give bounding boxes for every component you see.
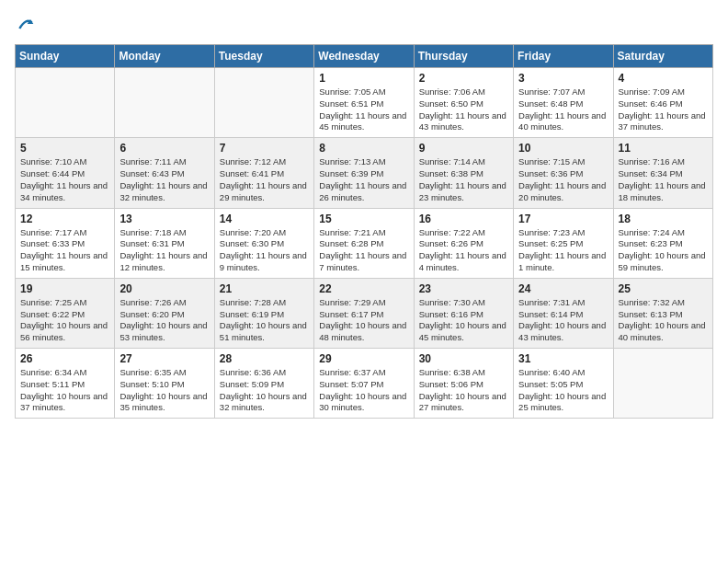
- day-number: 23: [419, 282, 508, 295]
- day-info: Sunrise: 7:13 AM Sunset: 6:39 PM Dayligh…: [319, 156, 408, 203]
- calendar-day-cell: 22Sunrise: 7:29 AM Sunset: 6:17 PM Dayli…: [314, 278, 414, 348]
- calendar-day-cell: 13Sunrise: 7:18 AM Sunset: 6:31 PM Dayli…: [115, 208, 214, 278]
- day-number: 19: [20, 282, 109, 295]
- day-info: Sunrise: 7:05 AM Sunset: 6:51 PM Dayligh…: [319, 86, 408, 133]
- day-info: Sunrise: 7:21 AM Sunset: 6:28 PM Dayligh…: [319, 227, 408, 274]
- day-info: Sunrise: 7:10 AM Sunset: 6:44 PM Dayligh…: [20, 156, 109, 203]
- day-number: 16: [419, 213, 508, 225]
- calendar-day-cell: [16, 68, 115, 138]
- day-info: Sunrise: 7:16 AM Sunset: 6:34 PM Dayligh…: [619, 156, 708, 203]
- calendar-day-cell: 1Sunrise: 7:05 AM Sunset: 6:51 PM Daylig…: [314, 68, 414, 138]
- calendar-day-cell: 18Sunrise: 7:24 AM Sunset: 6:23 PM Dayli…: [613, 208, 712, 278]
- day-number: 26: [20, 352, 109, 365]
- day-number: 15: [319, 213, 408, 225]
- weekday-header: Sunday: [16, 45, 115, 68]
- day-info: Sunrise: 7:09 AM Sunset: 6:46 PM Dayligh…: [619, 86, 708, 133]
- day-info: Sunrise: 7:31 AM Sunset: 6:14 PM Dayligh…: [518, 297, 608, 344]
- day-number: 7: [220, 142, 309, 155]
- day-info: Sunrise: 7:24 AM Sunset: 6:23 PM Dayligh…: [619, 227, 708, 274]
- day-info: Sunrise: 6:35 AM Sunset: 5:10 PM Dayligh…: [119, 367, 209, 414]
- day-number: 28: [220, 352, 309, 365]
- day-info: Sunrise: 7:23 AM Sunset: 6:25 PM Dayligh…: [518, 227, 608, 274]
- logo: [15, 15, 35, 33]
- weekday-header: Tuesday: [214, 45, 313, 68]
- calendar-day-cell: 7Sunrise: 7:12 AM Sunset: 6:41 PM Daylig…: [214, 138, 313, 208]
- calendar-day-cell: 11Sunrise: 7:16 AM Sunset: 6:34 PM Dayli…: [613, 138, 712, 208]
- calendar-day-cell: 10Sunrise: 7:15 AM Sunset: 6:36 PM Dayli…: [514, 138, 613, 208]
- calendar-table: SundayMondayTuesdayWednesdayThursdayFrid…: [15, 44, 713, 419]
- calendar-week-row: 1Sunrise: 7:05 AM Sunset: 6:51 PM Daylig…: [16, 68, 713, 138]
- day-number: 12: [20, 213, 109, 225]
- day-info: Sunrise: 7:14 AM Sunset: 6:38 PM Dayligh…: [419, 156, 508, 203]
- day-number: 3: [518, 72, 608, 85]
- calendar-week-row: 5Sunrise: 7:10 AM Sunset: 6:44 PM Daylig…: [16, 138, 713, 208]
- weekday-header: Monday: [115, 45, 214, 68]
- calendar-day-cell: 12Sunrise: 7:17 AM Sunset: 6:33 PM Dayli…: [16, 208, 115, 278]
- day-info: Sunrise: 7:26 AM Sunset: 6:20 PM Dayligh…: [119, 297, 209, 344]
- weekday-header: Friday: [514, 45, 613, 68]
- calendar-day-cell: [214, 68, 313, 138]
- calendar-day-cell: 2Sunrise: 7:06 AM Sunset: 6:50 PM Daylig…: [414, 68, 513, 138]
- calendar-week-row: 19Sunrise: 7:25 AM Sunset: 6:22 PM Dayli…: [16, 278, 713, 348]
- day-info: Sunrise: 6:36 AM Sunset: 5:09 PM Dayligh…: [220, 367, 309, 414]
- day-number: 9: [419, 142, 508, 155]
- weekday-header: Thursday: [414, 45, 513, 68]
- day-info: Sunrise: 7:15 AM Sunset: 6:36 PM Dayligh…: [518, 156, 608, 203]
- calendar-day-cell: 31Sunrise: 6:40 AM Sunset: 5:05 PM Dayli…: [514, 349, 613, 419]
- day-number: 5: [20, 142, 109, 155]
- day-number: 11: [619, 142, 708, 155]
- calendar-day-cell: 27Sunrise: 6:35 AM Sunset: 5:10 PM Dayli…: [115, 349, 214, 419]
- day-info: Sunrise: 7:11 AM Sunset: 6:43 PM Dayligh…: [119, 156, 209, 203]
- day-number: 31: [518, 352, 608, 365]
- day-info: Sunrise: 6:37 AM Sunset: 5:07 PM Dayligh…: [319, 367, 408, 414]
- calendar-day-cell: 6Sunrise: 7:11 AM Sunset: 6:43 PM Daylig…: [115, 138, 214, 208]
- calendar-day-cell: 5Sunrise: 7:10 AM Sunset: 6:44 PM Daylig…: [16, 138, 115, 208]
- calendar-day-cell: 8Sunrise: 7:13 AM Sunset: 6:39 PM Daylig…: [314, 138, 414, 208]
- calendar-day-cell: 14Sunrise: 7:20 AM Sunset: 6:30 PM Dayli…: [214, 208, 313, 278]
- calendar-day-cell: 21Sunrise: 7:28 AM Sunset: 6:19 PM Dayli…: [214, 278, 313, 348]
- day-number: 21: [220, 282, 309, 295]
- day-info: Sunrise: 7:07 AM Sunset: 6:48 PM Dayligh…: [518, 86, 608, 133]
- day-number: 18: [619, 213, 708, 225]
- day-info: Sunrise: 7:17 AM Sunset: 6:33 PM Dayligh…: [20, 227, 109, 274]
- calendar-day-cell: 17Sunrise: 7:23 AM Sunset: 6:25 PM Dayli…: [514, 208, 613, 278]
- calendar-day-cell: 23Sunrise: 7:30 AM Sunset: 6:16 PM Dayli…: [414, 278, 513, 348]
- calendar-day-cell: [115, 68, 214, 138]
- day-info: Sunrise: 7:28 AM Sunset: 6:19 PM Dayligh…: [220, 297, 309, 344]
- calendar-day-cell: 4Sunrise: 7:09 AM Sunset: 6:46 PM Daylig…: [613, 68, 712, 138]
- weekday-header: Wednesday: [314, 45, 414, 68]
- day-number: 10: [518, 142, 608, 155]
- day-number: 25: [619, 282, 708, 295]
- weekday-header: Saturday: [613, 45, 712, 68]
- day-number: 6: [119, 142, 209, 155]
- calendar-day-cell: 30Sunrise: 6:38 AM Sunset: 5:06 PM Dayli…: [414, 349, 513, 419]
- day-number: 30: [419, 352, 508, 365]
- day-info: Sunrise: 7:25 AM Sunset: 6:22 PM Dayligh…: [20, 297, 109, 344]
- page-header: [15, 15, 713, 33]
- calendar-day-cell: 28Sunrise: 6:36 AM Sunset: 5:09 PM Dayli…: [214, 349, 313, 419]
- calendar-day-cell: 15Sunrise: 7:21 AM Sunset: 6:28 PM Dayli…: [314, 208, 414, 278]
- day-number: 17: [518, 213, 608, 225]
- day-number: 13: [119, 213, 209, 225]
- day-info: Sunrise: 7:30 AM Sunset: 6:16 PM Dayligh…: [419, 297, 508, 344]
- calendar-week-row: 12Sunrise: 7:17 AM Sunset: 6:33 PM Dayli…: [16, 208, 713, 278]
- day-info: Sunrise: 7:12 AM Sunset: 6:41 PM Dayligh…: [220, 156, 309, 203]
- day-number: 27: [119, 352, 209, 365]
- calendar-day-cell: 19Sunrise: 7:25 AM Sunset: 6:22 PM Dayli…: [16, 278, 115, 348]
- calendar-day-cell: 26Sunrise: 6:34 AM Sunset: 5:11 PM Dayli…: [16, 349, 115, 419]
- day-number: 2: [419, 72, 508, 85]
- day-info: Sunrise: 7:20 AM Sunset: 6:30 PM Dayligh…: [220, 227, 309, 274]
- logo-icon: [17, 15, 35, 33]
- day-info: Sunrise: 7:29 AM Sunset: 6:17 PM Dayligh…: [319, 297, 408, 344]
- day-info: Sunrise: 7:32 AM Sunset: 6:13 PM Dayligh…: [619, 297, 708, 344]
- day-info: Sunrise: 7:18 AM Sunset: 6:31 PM Dayligh…: [119, 227, 209, 274]
- day-info: Sunrise: 7:22 AM Sunset: 6:26 PM Dayligh…: [419, 227, 508, 274]
- day-number: 24: [518, 282, 608, 295]
- day-number: 4: [619, 72, 708, 85]
- day-info: Sunrise: 6:38 AM Sunset: 5:06 PM Dayligh…: [419, 367, 508, 414]
- day-info: Sunrise: 6:40 AM Sunset: 5:05 PM Dayligh…: [518, 367, 608, 414]
- calendar-day-cell: 29Sunrise: 6:37 AM Sunset: 5:07 PM Dayli…: [314, 349, 414, 419]
- calendar-day-cell: 3Sunrise: 7:07 AM Sunset: 6:48 PM Daylig…: [514, 68, 613, 138]
- day-number: 14: [220, 213, 309, 225]
- calendar-day-cell: 25Sunrise: 7:32 AM Sunset: 6:13 PM Dayli…: [613, 278, 712, 348]
